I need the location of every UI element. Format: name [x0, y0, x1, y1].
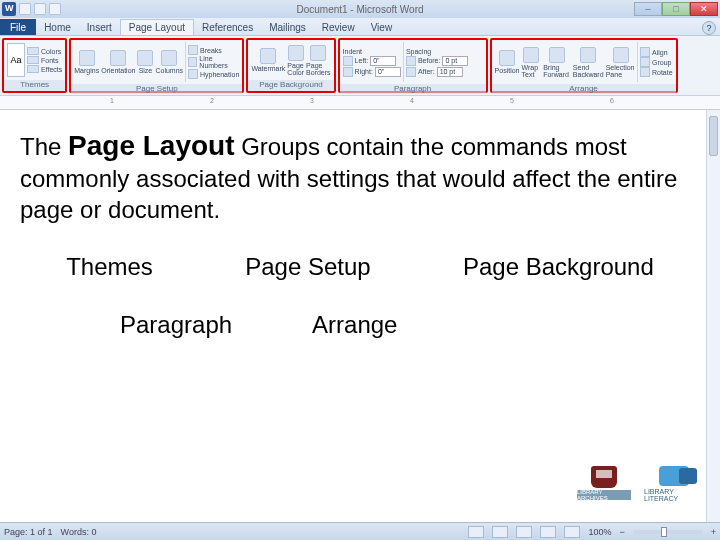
ruler-mark: 2	[210, 97, 214, 104]
orientation-button[interactable]: Orientation	[101, 50, 135, 74]
tab-mailings[interactable]: Mailings	[261, 19, 314, 35]
send-backward-button[interactable]: Send Backward	[573, 47, 604, 78]
position-button[interactable]: Position	[495, 50, 520, 74]
spacing-after: After:10 pt	[406, 67, 469, 77]
size-button[interactable]: Size	[137, 50, 153, 74]
label-page-background: Page Background	[463, 253, 654, 281]
separator	[637, 42, 638, 82]
close-button[interactable]: ✕	[690, 2, 718, 16]
ribbon-tabs: File Home Insert Page Layout References …	[0, 18, 720, 36]
orientation-icon	[110, 50, 126, 66]
print-layout-view-button[interactable]	[468, 526, 484, 538]
breaks-button[interactable]: Breaks	[188, 45, 239, 55]
window-title: Document1 - Microsoft Word	[0, 4, 720, 15]
indent-right-input[interactable]: 0"	[375, 67, 401, 77]
zoom-in-button[interactable]: +	[711, 527, 716, 537]
tab-home[interactable]: Home	[36, 19, 79, 35]
page-borders-button[interactable]: Page Borders	[306, 45, 331, 76]
document-area[interactable]: The Page Layout Groups contain the comma…	[0, 110, 720, 339]
full-screen-view-button[interactable]	[492, 526, 508, 538]
qat-redo-icon[interactable]	[49, 3, 61, 15]
zoom-thumb[interactable]	[661, 527, 667, 537]
horizontal-ruler[interactable]: 1 2 3 4 5 6	[0, 96, 720, 110]
colors-icon	[27, 47, 39, 55]
ruler-mark: 1	[110, 97, 114, 104]
indent-heading: Indent	[343, 48, 401, 55]
library-archives-logo: LIBRARY ARCHIVES	[574, 466, 634, 512]
rotate-button[interactable]: Rotate	[640, 67, 673, 77]
status-bar: Page: 1 of 1 Words: 0 100% − +	[0, 522, 720, 540]
spacing-heading: Spacing	[406, 48, 469, 55]
ruler-mark: 6	[610, 97, 614, 104]
library-literacy-logo: LIBRARY LITERACY	[644, 466, 704, 512]
themes-button[interactable]: Aa	[7, 43, 25, 77]
effects-icon	[27, 65, 39, 73]
themes-icon: Aa	[10, 55, 21, 65]
indent-left-input[interactable]: 0"	[370, 56, 396, 66]
hyphenation-button[interactable]: Hyphenation	[188, 69, 239, 79]
selection-pane-button[interactable]: Selection Pane	[606, 47, 636, 78]
status-words[interactable]: Words: 0	[61, 527, 97, 537]
group-icon	[640, 57, 650, 67]
page-color-icon	[288, 45, 304, 61]
margins-button[interactable]: Margins	[74, 50, 99, 74]
group-page-setup: Margins Orientation Size Columns Breaks …	[69, 38, 244, 93]
maximize-button[interactable]: □	[662, 2, 690, 16]
tab-references[interactable]: References	[194, 19, 261, 35]
tab-page-layout[interactable]: Page Layout	[120, 19, 194, 35]
minimize-button[interactable]: –	[634, 2, 662, 16]
wrap-icon	[523, 47, 539, 63]
ruler-mark: 4	[410, 97, 414, 104]
tab-view[interactable]: View	[363, 19, 401, 35]
separator	[403, 42, 404, 82]
theme-effects-button[interactable]: Effects	[27, 65, 62, 73]
tab-insert[interactable]: Insert	[79, 19, 120, 35]
zoom-out-button[interactable]: −	[619, 527, 624, 537]
rotate-icon	[640, 67, 650, 77]
spacing-after-icon	[406, 67, 416, 77]
align-icon	[640, 47, 650, 57]
bring-forward-icon	[549, 47, 565, 63]
bring-forward-button[interactable]: Bring Forward	[543, 47, 571, 78]
qat-undo-icon[interactable]	[34, 3, 46, 15]
draft-view-button[interactable]	[564, 526, 580, 538]
outline-view-button[interactable]	[540, 526, 556, 538]
ribbon: Aa Colors Fonts Effects Themes Margins O…	[0, 36, 720, 96]
position-icon	[499, 50, 515, 66]
explanation-paragraph: The Page Layout Groups contain the comma…	[20, 128, 700, 225]
label-arrange: Arrange	[312, 311, 397, 339]
size-icon	[137, 50, 153, 66]
wrap-text-button[interactable]: Wrap Text	[522, 47, 542, 78]
watermark-button[interactable]: Watermark	[251, 48, 285, 72]
zoom-level[interactable]: 100%	[588, 527, 611, 537]
margins-icon	[79, 50, 95, 66]
group-paragraph-label: Paragraph	[340, 84, 486, 94]
tab-file[interactable]: File	[0, 19, 36, 35]
group-page-background-label: Page Background	[248, 80, 333, 91]
group-button[interactable]: Group	[640, 57, 673, 67]
status-page[interactable]: Page: 1 of 1	[4, 527, 53, 537]
group-page-background: Watermark Page Color Page Borders Page B…	[246, 38, 335, 93]
theme-colors-button[interactable]: Colors	[27, 47, 62, 55]
web-layout-view-button[interactable]	[516, 526, 532, 538]
vertical-scrollbar[interactable]	[706, 110, 720, 522]
spacing-before: Before:0 pt	[406, 56, 469, 66]
scroll-thumb[interactable]	[709, 116, 718, 156]
page-color-button[interactable]: Page Color	[287, 45, 304, 76]
hyphenation-icon	[188, 69, 198, 79]
spacing-after-input[interactable]: 10 pt	[437, 67, 463, 77]
qat-save-icon[interactable]	[19, 3, 31, 15]
group-themes-label: Themes	[4, 80, 65, 91]
theme-fonts-button[interactable]: Fonts	[27, 56, 62, 64]
group-arrange-label: Arrange	[492, 84, 676, 94]
indent-right: Right:0"	[343, 67, 401, 77]
tab-review[interactable]: Review	[314, 19, 363, 35]
ruler-mark: 3	[310, 97, 314, 104]
spacing-before-input[interactable]: 0 pt	[442, 56, 468, 66]
line-numbers-icon	[188, 57, 197, 67]
align-button[interactable]: Align	[640, 47, 673, 57]
zoom-slider[interactable]	[633, 530, 703, 534]
help-icon[interactable]: ?	[702, 21, 716, 35]
line-numbers-button[interactable]: Line Numbers	[188, 55, 239, 69]
columns-button[interactable]: Columns	[155, 50, 183, 74]
